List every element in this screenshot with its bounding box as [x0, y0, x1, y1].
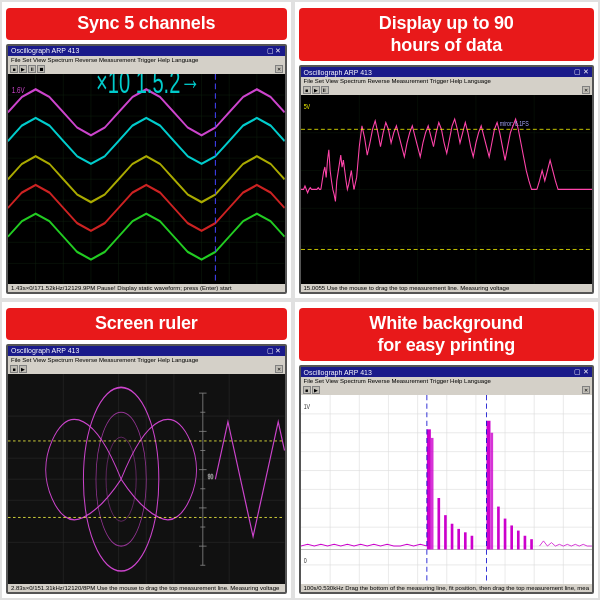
toolbar-3: ■ ▶ ✕ — [8, 364, 285, 374]
svg-rect-92 — [510, 526, 513, 550]
svg-rect-86 — [463, 533, 466, 550]
toolbar-1: ■ ▶ ⏸ ⏹ ✕ — [8, 64, 285, 74]
screen-screen-ruler: Oscillograph ARP 413 ▢ ✕ File Set View S… — [6, 344, 287, 594]
svg-rect-94 — [523, 536, 526, 550]
svg-text:0: 0 — [303, 557, 306, 565]
menu-1: File Set View Spectrum Reverse Measureme… — [8, 56, 285, 64]
cell-sync-channels: Sync 5 channels Oscillograph ARP 413 ▢ ✕… — [0, 0, 293, 300]
titlebar-1: Oscillograph ARP 413 ▢ ✕ — [8, 46, 285, 56]
osc-screen-1: 1.6V ×10 1.5.2→ — [8, 74, 285, 284]
menu-2: File Set View Spectrum Reverse Measureme… — [301, 77, 593, 85]
osc-screen-2: 5V miror: 6.1FS — [301, 95, 593, 284]
menu-4: File Set View Spectrum Reverse Measureme… — [301, 377, 593, 385]
wave-svg-3: 90 — [8, 374, 285, 584]
titlebar-4: Oscillograph ARP 413 ▢ ✕ — [301, 367, 593, 377]
svg-rect-84 — [450, 524, 453, 550]
svg-rect-82 — [437, 498, 440, 549]
screen-sync-channels: Oscillograph ARP 413 ▢ ✕ File Set View S… — [6, 44, 287, 294]
label-white-background: White backgroundfor easy printing — [299, 308, 595, 361]
svg-text:90: 90 — [208, 472, 214, 480]
cell-screen-ruler: Screen ruler Oscillograph ARP 413 ▢ ✕ Fi… — [0, 300, 293, 600]
wave-svg-1: 1.6V ×10 1.5.2→ — [8, 74, 285, 284]
osc-screen-3: 90 — [8, 374, 285, 584]
label-screen-ruler: Screen ruler — [6, 308, 287, 340]
menu-3: File Set View Spectrum Reverse Measureme… — [8, 356, 285, 364]
wave-svg-2: 5V miror: 6.1FS — [301, 95, 593, 284]
screen-white-background: Oscillograph ARP 413 ▢ ✕ File Set View S… — [299, 365, 595, 594]
svg-rect-90 — [497, 507, 500, 550]
svg-rect-87 — [470, 536, 473, 550]
label-display-hours: Display up to 90hours of data — [299, 8, 595, 61]
svg-text:×10  1.5.2→: ×10 1.5.2→ — [96, 74, 200, 99]
toolbar-2: ■ ▶ ⏸ ✕ — [301, 85, 593, 95]
statusbar-4: 100s/0.530kHz Drag the bottom of the mea… — [301, 584, 593, 592]
cell-display-hours: Display up to 90hours of data Oscillogra… — [293, 0, 601, 300]
statusbar-2: 15.0055 Use the mouse to drag the top me… — [301, 284, 593, 292]
svg-rect-83 — [444, 515, 447, 549]
svg-text:miror: 6.1FS: miror: 6.1FS — [499, 119, 528, 127]
svg-rect-81 — [430, 438, 433, 550]
feature-grid: Sync 5 channels Oscillograph ARP 413 ▢ ✕… — [0, 0, 600, 600]
svg-rect-93 — [516, 531, 519, 550]
statusbar-3: 2.83s×0/151.31kHz/12120/8PM Use the mous… — [8, 584, 285, 592]
svg-text:1.6V: 1.6V — [12, 84, 25, 95]
svg-rect-95 — [530, 539, 533, 549]
titlebar-3: Oscillograph ARP 413 ▢ ✕ — [8, 346, 285, 356]
osc-screen-4: 1V 0 — [301, 395, 593, 584]
svg-rect-88 — [486, 421, 490, 550]
cell-white-background: White backgroundfor easy printing Oscill… — [293, 300, 601, 600]
svg-rect-80 — [426, 430, 430, 550]
statusbar-1: 1.43s×0/171.52kHz/12129.9PM Pause! Displ… — [8, 284, 285, 292]
svg-text:5V: 5V — [303, 102, 310, 110]
toolbar-4: ■ ▶ ✕ — [301, 385, 593, 395]
screen-display-hours: Oscillograph ARP 413 ▢ ✕ File Set View S… — [299, 65, 595, 294]
svg-rect-89 — [490, 433, 493, 550]
titlebar-2: Oscillograph ARP 413 ▢ ✕ — [301, 67, 593, 77]
svg-rect-91 — [503, 519, 506, 550]
svg-text:1V: 1V — [303, 402, 310, 410]
label-sync-channels: Sync 5 channels — [6, 8, 287, 40]
svg-rect-85 — [457, 529, 460, 550]
wave-svg-4: 1V 0 — [301, 395, 593, 584]
